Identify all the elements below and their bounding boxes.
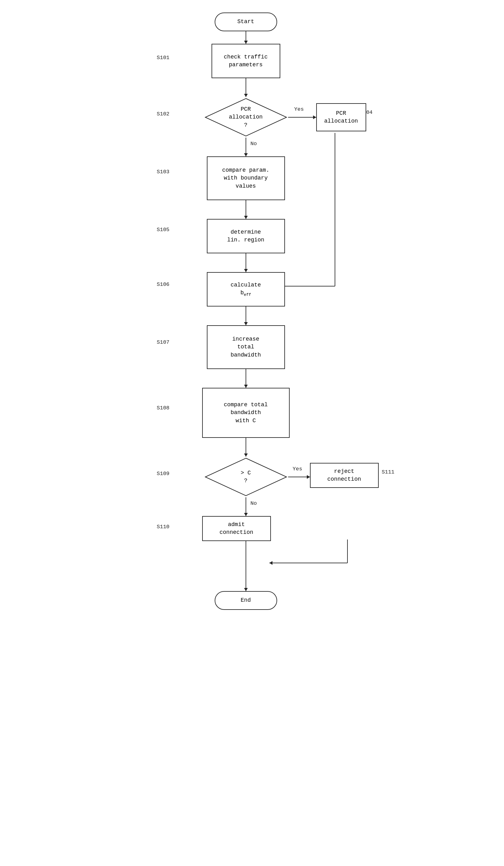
- svg-marker-18: [244, 385, 248, 388]
- s109-label: S109: [157, 471, 170, 477]
- svg-marker-3: [244, 94, 248, 97]
- s102-diamond: PCRallocation?: [204, 97, 288, 137]
- s105-label: S105: [157, 227, 170, 233]
- svg-marker-5: [244, 153, 248, 156]
- s102-label: S102: [157, 111, 170, 117]
- s101-label: S101: [157, 55, 170, 61]
- s102-yes-label: Yes: [294, 106, 304, 112]
- s109-no-label: No: [251, 500, 257, 506]
- s111-node: rejectconnection: [310, 463, 379, 488]
- svg-marker-1: [244, 41, 248, 44]
- s105-node: determinelin. region: [207, 219, 285, 253]
- end-node: End: [215, 591, 277, 610]
- svg-marker-27: [270, 561, 273, 565]
- flowchart-container: Start S101 check trafficparameters S102 …: [135, 6, 369, 851]
- s102-no-label: No: [251, 141, 257, 147]
- s111-text: rejectconnection: [327, 468, 361, 483]
- s110-node: admitconnection: [202, 516, 271, 541]
- s108-node: compare totalbandwidthwith C: [202, 388, 290, 438]
- s103-node: compare param.with boundaryvalues: [207, 156, 285, 200]
- svg-marker-22: [244, 513, 248, 516]
- s111-label: S111: [382, 469, 394, 475]
- s110-text: admitconnection: [219, 521, 253, 536]
- s104-text: PCRallocation: [324, 110, 358, 125]
- s110-label: S110: [157, 524, 170, 530]
- svg-marker-11: [244, 269, 248, 272]
- s101-node: check trafficparameters: [211, 44, 280, 78]
- s104-node: PCRallocation: [316, 103, 366, 131]
- s103-label: S103: [157, 169, 170, 175]
- s103-text: compare param.with boundaryvalues: [222, 166, 270, 190]
- svg-marker-9: [244, 216, 248, 219]
- s107-label: S107: [157, 339, 170, 345]
- s109-yes-label: Yes: [293, 466, 302, 472]
- s109-diamond: > C?: [204, 457, 288, 497]
- s101-text: check trafficparameters: [224, 53, 267, 69]
- s106-label: S106: [157, 281, 170, 287]
- s105-text: determinelin. region: [227, 228, 264, 244]
- s106-text: calculatebeff: [231, 281, 261, 298]
- svg-marker-7: [313, 115, 316, 119]
- svg-marker-24: [307, 475, 310, 479]
- s107-text: increasetotalbandwidth: [231, 335, 261, 359]
- s108-text: compare totalbandwidthwith C: [224, 401, 267, 425]
- s108-label: S108: [157, 405, 170, 411]
- s106-node: calculatebeff: [207, 272, 285, 307]
- start-label: Start: [237, 18, 254, 26]
- s107-node: increasetotalbandwidth: [207, 325, 285, 369]
- svg-marker-16: [244, 322, 248, 325]
- end-label: End: [241, 597, 251, 604]
- svg-marker-20: [244, 454, 248, 457]
- svg-marker-30: [244, 588, 248, 591]
- start-node: Start: [215, 12, 277, 31]
